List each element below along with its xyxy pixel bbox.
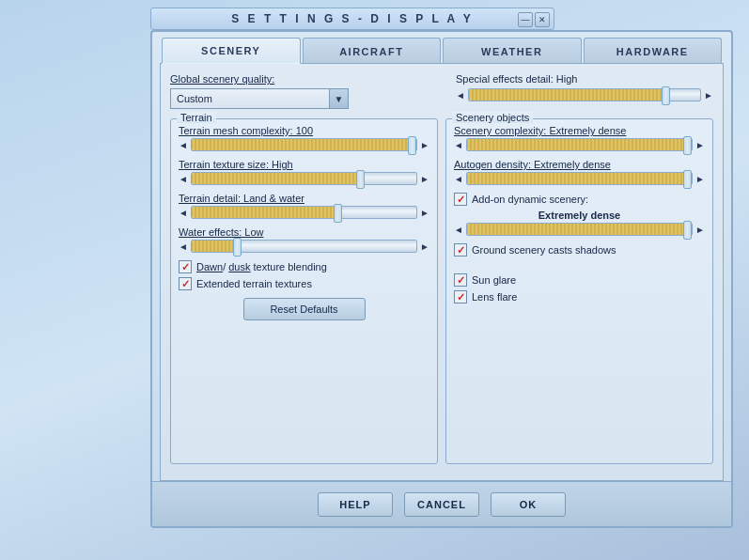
terrain-mesh-label: Terrain mesh complexity: 100 — [179, 125, 429, 136]
complexity-slider-right[interactable]: ► — [695, 140, 705, 150]
autogen-slider-handle[interactable] — [683, 170, 692, 189]
mesh-slider-fill — [192, 139, 416, 150]
complexity-slider-track[interactable] — [466, 138, 693, 151]
detail-slider-right[interactable]: ► — [420, 208, 429, 218]
tab-hardware[interactable]: HARDWARE — [584, 38, 723, 64]
texture-slider-fill — [192, 173, 360, 184]
special-slider-right-arrow[interactable]: ► — [704, 90, 713, 101]
addon-density-slider-track[interactable] — [466, 223, 693, 236]
texture-slider-right[interactable]: ► — [420, 174, 429, 184]
lens-flare-row: ✓ Lens flare — [454, 290, 705, 303]
bottom-bar: HELP CANCEL OK — [152, 481, 731, 526]
scenery-complexity-slider[interactable]: ◄ ► — [454, 138, 705, 151]
texture-slider-left[interactable]: ◄ — [179, 174, 188, 184]
addon-density-slider-handle[interactable] — [683, 221, 692, 240]
terrain-texture-section: Terrain texture size: High ◄ ► — [179, 159, 429, 185]
window-controls: — ✕ — [518, 12, 550, 27]
addon-density-slider[interactable]: ◄ ► — [454, 223, 705, 236]
water-slider-track[interactable] — [191, 240, 417, 253]
water-slider-fill — [192, 241, 237, 252]
complexity-slider-left[interactable]: ◄ — [454, 140, 463, 150]
terrain-texture-slider[interactable]: ◄ ► — [179, 172, 429, 185]
autogen-slider-left[interactable]: ◄ — [454, 174, 463, 184]
window-title: S E T T I N G S - D I S P L A Y — [231, 12, 473, 25]
cancel-button[interactable]: CANCEL — [404, 492, 479, 517]
complexity-slider-handle[interactable] — [683, 136, 692, 155]
lens-flare-checkbox[interactable]: ✓ — [454, 290, 467, 303]
addon-dynamic-checkbox[interactable]: ✓ — [454, 193, 467, 206]
texture-slider-track[interactable] — [191, 172, 417, 185]
terrain-mesh-section: Terrain mesh complexity: 100 ◄ ► — [179, 125, 429, 151]
water-slider-handle[interactable] — [233, 238, 242, 257]
autogen-slider-right[interactable]: ► — [695, 174, 705, 184]
ground-shadows-check-icon: ✓ — [457, 245, 465, 256]
help-button[interactable]: HELP — [318, 492, 393, 517]
water-effects-label: Water effects: Low — [179, 226, 429, 238]
special-slider-left-arrow[interactable]: ◄ — [456, 90, 465, 101]
sun-glare-checkbox[interactable]: ✓ — [454, 273, 467, 287]
content-area: Global scenery quality: Custom ▼ Special… — [160, 63, 724, 481]
addon-density-label: Extremely dense — [454, 210, 705, 221]
mesh-slider-track[interactable] — [191, 138, 417, 151]
mesh-slider-left[interactable]: ◄ — [179, 140, 188, 150]
detail-slider-track[interactable] — [191, 206, 417, 219]
dawn-label-underline: Dawn — [196, 261, 223, 272]
reset-defaults-container: Reset Defaults — [179, 298, 429, 320]
addon-density-slider-left[interactable]: ◄ — [454, 225, 463, 235]
addon-dynamic-row: ✓ Add-on dynamic scenery: — [454, 193, 705, 206]
terrain-panel: Terrain Terrain mesh complexity: 100 ◄ ► — [170, 118, 438, 464]
mesh-slider-right[interactable]: ► — [420, 140, 429, 150]
scenery-complexity-section: Scenery complexity: Extremely dense ◄ ► — [454, 125, 705, 151]
water-slider-left[interactable]: ◄ — [179, 241, 188, 252]
special-slider-track[interactable] — [468, 88, 701, 101]
addon-dynamic-label: Add-on dynamic scenery: — [472, 194, 588, 205]
texture-slider-handle[interactable] — [356, 170, 365, 189]
extended-terrain-checkbox[interactable]: ✓ — [179, 277, 192, 290]
scenery-complexity-label: Scenery complexity: Extremely dense — [454, 125, 705, 136]
detail-slider-left[interactable]: ◄ — [179, 208, 188, 218]
autogen-density-label: Autogen density: Extremely dense — [454, 159, 705, 170]
extended-terrain-label: Extended terrain textures — [196, 278, 312, 289]
tab-aircraft[interactable]: AIRCRAFT — [303, 38, 442, 64]
terrain-mesh-slider[interactable]: ◄ ► — [179, 138, 429, 151]
ok-button[interactable]: OK — [491, 492, 566, 517]
terrain-detail-slider[interactable]: ◄ ► — [179, 206, 429, 219]
water-slider[interactable]: ◄ ► — [179, 240, 429, 253]
minimize-button[interactable]: — — [518, 12, 533, 27]
tab-scenery[interactable]: SCENERY — [162, 38, 301, 64]
extended-terrain-row: ✓ Extended terrain textures — [179, 277, 429, 290]
autogen-density-section: Autogen density: Extremely dense ◄ ► — [454, 159, 705, 185]
detail-slider-handle[interactable] — [334, 204, 342, 223]
global-quality-dropdown[interactable]: Custom ▼ — [170, 88, 349, 109]
main-dialog: SCENERY AIRCRAFT WEATHER HARDWARE Global… — [150, 30, 733, 528]
water-slider-right[interactable]: ► — [420, 241, 429, 252]
dropdown-arrow-icon[interactable]: ▼ — [329, 89, 348, 108]
lens-flare-check-icon: ✓ — [457, 292, 465, 303]
special-slider-handle[interactable] — [662, 86, 670, 105]
terrain-detail-label: Terrain detail: Land & water — [179, 193, 429, 204]
terrain-detail-section: Terrain detail: Land & water ◄ ► — [179, 193, 429, 219]
ground-shadows-label: Ground scenery casts shadows — [472, 244, 616, 256]
reset-defaults-button[interactable]: Reset Defaults — [243, 298, 366, 320]
close-button[interactable]: ✕ — [535, 12, 550, 27]
autogen-slider-track[interactable] — [466, 172, 693, 185]
dusk-label-underline: dusk — [228, 261, 250, 272]
dawn-dusk-suffix: texture blending — [254, 261, 327, 272]
terrain-texture-label: Terrain texture size: High — [179, 159, 429, 170]
addon-dynamic-check-icon: ✓ — [457, 194, 465, 205]
special-effects-slider[interactable]: ◄ ► — [456, 88, 713, 101]
special-effects-label: Special effects detail: High — [456, 73, 713, 85]
addon-density-slider-right[interactable]: ► — [695, 225, 705, 235]
autogen-slider[interactable]: ◄ ► — [454, 172, 705, 185]
mesh-slider-handle[interactable] — [408, 136, 416, 155]
autogen-slider-fill — [467, 173, 692, 184]
addon-density-section: Extremely dense ◄ ► — [454, 210, 705, 236]
ground-shadows-row: ✓ Ground scenery casts shadows — [454, 243, 705, 257]
special-slider-fill — [469, 89, 665, 101]
extended-terrain-check-icon: ✓ — [181, 279, 190, 289]
lens-flare-label: Lens flare — [472, 291, 517, 303]
dawn-dusk-checkbox[interactable]: ✓ — [179, 260, 192, 273]
tab-weather[interactable]: WEATHER — [443, 38, 582, 64]
ground-shadows-checkbox[interactable]: ✓ — [454, 243, 467, 257]
global-quality-label: Global scenery quality: — [170, 73, 428, 85]
